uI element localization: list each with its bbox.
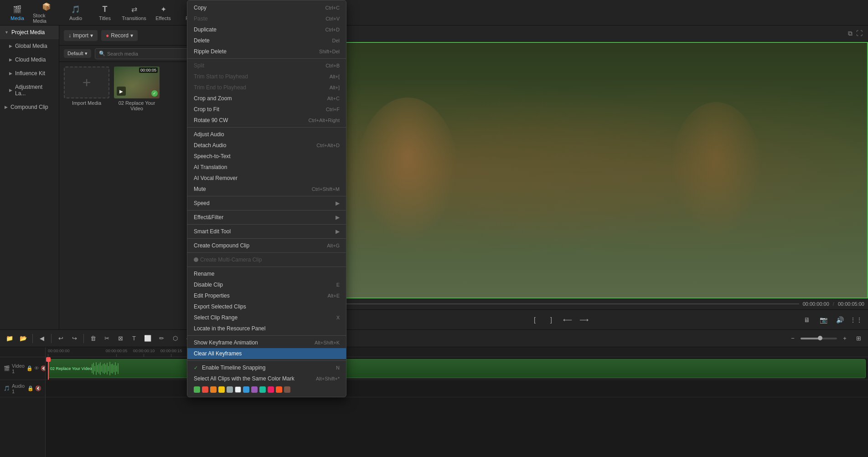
- swatch-red[interactable]: [202, 386, 208, 393]
- ctx-export-clips[interactable]: Export Selected Clips: [187, 301, 346, 312]
- ctx-speech-to-text[interactable]: Speech-to-Text: [187, 151, 346, 162]
- ctx-ripple-delete[interactable]: Ripple Delete Shift+Del: [187, 46, 346, 57]
- swatch-green[interactable]: [194, 386, 200, 393]
- swatch-deeporange[interactable]: [276, 386, 282, 393]
- sidebar-item-global-media[interactable]: ▶ Global Media: [0, 39, 59, 53]
- toolbar-effects[interactable]: ✦ Effects: [150, 2, 177, 24]
- ctx-edit-props[interactable]: Edit Properties Alt+E: [187, 290, 346, 301]
- shape-button[interactable]: ⬡: [169, 333, 181, 344]
- ctx-smart-edit[interactable]: Smart Edit Tool ▶: [187, 226, 346, 237]
- prev-edit-button[interactable]: ⟵: [561, 313, 574, 326]
- ctx-speed[interactable]: Speed ▶: [187, 198, 346, 209]
- ctx-adjust-audio[interactable]: Adjust Audio: [187, 129, 346, 140]
- ctx-trim-end[interactable]: Trim End to Playhead Alt+]: [187, 82, 346, 93]
- ctx-create-compound[interactable]: Create Compound Clip Alt+G: [187, 240, 346, 251]
- swatch-yellow[interactable]: [218, 386, 225, 393]
- mark-in-button[interactable]: [: [528, 313, 541, 326]
- sidebar-item-cloud-media[interactable]: ▶ Cloud Media: [0, 53, 59, 67]
- ctx-disable-clip[interactable]: Disable Clip E: [187, 279, 346, 290]
- ctx-rename[interactable]: Rename: [187, 268, 346, 279]
- snapshot-button[interactable]: 📷: [817, 313, 830, 326]
- import-icon: ↓: [68, 32, 71, 39]
- mark-out-button[interactable]: ]: [545, 313, 558, 326]
- toolbar-media[interactable]: 🎬 Media: [4, 2, 31, 24]
- toolbar-titles[interactable]: T Titles: [91, 2, 119, 24]
- hide-icon[interactable]: 👁: [34, 365, 39, 371]
- ctx-locate[interactable]: Locate in the Resource Panel: [187, 323, 346, 334]
- ctx-show-keyframe[interactable]: Show Keyframe Animation Alt+Shift+K: [187, 337, 346, 348]
- crop-button[interactable]: ⬜: [142, 333, 154, 344]
- redo-button[interactable]: ↪: [68, 333, 80, 344]
- ctx-crop-zoom-shortcut: Alt+C: [327, 96, 340, 101]
- trim-button[interactable]: ⊠: [114, 333, 126, 344]
- import-button[interactable]: ↓ Import ▾: [64, 30, 98, 41]
- ctx-select-range[interactable]: Select Clip Range X: [187, 312, 346, 323]
- video-clip[interactable]: 02 Replace Your Video: [48, 359, 866, 378]
- next-edit-button[interactable]: ⟶: [578, 313, 590, 326]
- ctx-duplicate[interactable]: Duplicate Ctrl+D: [187, 24, 346, 35]
- import-thumb[interactable]: +: [64, 67, 109, 98]
- toolbar-transitions[interactable]: ⇄ Transitions: [120, 2, 148, 24]
- delete-button[interactable]: 🗑: [87, 333, 99, 344]
- time-separator: /: [833, 301, 834, 307]
- swatch-orange[interactable]: [210, 386, 217, 393]
- video-icon: 🎬: [4, 365, 10, 371]
- ctx-enable-snapping[interactable]: ✓ Enable Timeline Snapping N: [187, 362, 346, 373]
- cut-button[interactable]: ✂: [101, 333, 113, 344]
- record-button[interactable]: ● Record ▾: [101, 30, 138, 41]
- volume-button[interactable]: 🔊: [833, 313, 846, 326]
- ctx-clear-keyframes[interactable]: Clear All Keyframes: [187, 348, 346, 359]
- import-media-item[interactable]: + Import Media: [64, 67, 109, 111]
- record-icon: ●: [106, 32, 109, 39]
- swatch-white[interactable]: [235, 386, 241, 393]
- swatch-teal[interactable]: [259, 386, 266, 393]
- zoom-slider[interactable]: [801, 338, 837, 339]
- draw-button[interactable]: ✏: [155, 333, 167, 344]
- fullscreen-icon[interactable]: ⛶: [856, 30, 863, 37]
- collapse-button[interactable]: ◀: [36, 333, 48, 344]
- ctx-rotate[interactable]: Rotate 90 CW Ctrl+Alt+Right: [187, 115, 346, 126]
- top-toolbar: 🎬 Media 📦 Stock Media 🎵 Audio T Titles ⇄…: [0, 0, 868, 26]
- render-button[interactable]: 🖥: [801, 313, 813, 326]
- picture-in-picture-icon[interactable]: ⧉: [848, 30, 852, 37]
- lock-icon[interactable]: 🔒: [26, 365, 33, 371]
- grid-button[interactable]: ⊞: [852, 333, 864, 344]
- playhead[interactable]: [48, 357, 49, 380]
- new-folder-button[interactable]: 📂: [17, 333, 29, 344]
- swatch-blue[interactable]: [243, 386, 249, 393]
- ctx-delete[interactable]: Delete Del: [187, 35, 346, 46]
- ctx-trim-start[interactable]: Trim Start to Playhead Alt+[: [187, 71, 346, 82]
- sidebar-item-compound-clip[interactable]: ▶ Compound Clip: [0, 100, 59, 114]
- swatch-purple[interactable]: [251, 386, 258, 393]
- ctx-crop-zoom[interactable]: Crop and Zoom Alt+C: [187, 93, 346, 104]
- ctx-crop-fit[interactable]: Crop to Fit Ctrl+F: [187, 104, 346, 115]
- zoom-in-button[interactable]: +: [839, 333, 851, 344]
- toolbar-stock-media[interactable]: 📦 Stock Media: [33, 2, 60, 24]
- sidebar-item-project-media[interactable]: ▼ Project Media: [0, 26, 59, 39]
- lock-audio-icon[interactable]: 🔒: [27, 385, 34, 391]
- media-item-video1[interactable]: ▶ 00:00:05 ✓ 02 Replace Your Video: [114, 67, 160, 111]
- toolbar-audio[interactable]: 🎵 Audio: [62, 2, 89, 24]
- settings-button[interactable]: ⋮⋮: [850, 313, 863, 326]
- sidebar-item-adjustment-layer[interactable]: ▶ Adjustment La...: [0, 80, 59, 100]
- undo-button[interactable]: ↩: [55, 333, 67, 344]
- swatch-pink[interactable]: [268, 386, 274, 393]
- ctx-ai-vocal[interactable]: AI Vocal Remover: [187, 173, 346, 184]
- sidebar-item-influence-kit[interactable]: ▶ Influence Kit: [0, 67, 59, 80]
- default-filter-button[interactable]: Default ▾: [64, 49, 91, 58]
- new-track-button[interactable]: 📁: [4, 333, 16, 344]
- ctx-mute[interactable]: Mute Ctrl+Shift+M: [187, 184, 346, 195]
- ctx-select-same-color[interactable]: Select All Clips with the Same Color Mar…: [187, 373, 346, 384]
- ctx-paste[interactable]: Paste Ctrl+V: [187, 13, 346, 24]
- ctx-detach-audio[interactable]: Detach Audio Ctrl+Alt+D: [187, 140, 346, 151]
- ctx-create-multicam[interactable]: Create Multi-Camera Clip: [187, 254, 346, 265]
- swatch-gray[interactable]: [227, 386, 233, 393]
- swatch-brown[interactable]: [284, 386, 290, 393]
- zoom-out-button[interactable]: −: [787, 333, 799, 344]
- ctx-effect-filter[interactable]: Effect&Filter ▶: [187, 212, 346, 223]
- mute-audio-icon[interactable]: 🔇: [35, 385, 41, 391]
- ctx-ai-translation[interactable]: AI Translation: [187, 162, 346, 173]
- ctx-split[interactable]: Split Ctrl+B: [187, 60, 346, 71]
- type-button[interactable]: T: [128, 333, 140, 344]
- ctx-copy[interactable]: Copy Ctrl+C: [187, 2, 346, 13]
